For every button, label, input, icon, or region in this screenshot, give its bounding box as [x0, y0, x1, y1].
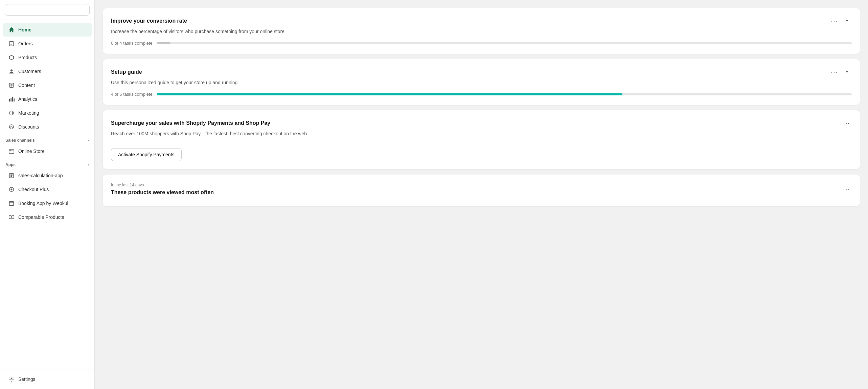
- setup-guide-actions: ···: [829, 67, 852, 76]
- svg-point-11: [11, 150, 11, 151]
- comparable-products-icon: [8, 214, 15, 221]
- svg-point-17: [11, 379, 13, 380]
- svg-rect-16: [12, 216, 14, 219]
- svg-rect-0: [9, 42, 14, 46]
- sidebar-item-booking-app-label: Booking App by Webkul: [18, 201, 68, 206]
- conversion-rate-collapse-button[interactable]: [842, 18, 852, 24]
- sidebar-item-settings-label: Settings: [18, 376, 36, 382]
- sidebar-item-discounts-label: Discounts: [18, 124, 39, 130]
- online-store-icon: [8, 148, 15, 155]
- most-viewed-card-header: In the last 14 days These products were …: [111, 183, 852, 196]
- search-input[interactable]: [5, 4, 90, 16]
- shopify-payments-more-button[interactable]: ···: [841, 118, 852, 128]
- analytics-icon: [8, 96, 15, 102]
- conversion-rate-progress-bar-fill: [157, 42, 170, 44]
- sidebar-item-settings[interactable]: Settings: [3, 372, 92, 386]
- home-icon: [8, 26, 15, 33]
- sidebar-item-customers[interactable]: Customers: [3, 65, 92, 78]
- sidebar-item-content-label: Content: [18, 83, 35, 88]
- sidebar-item-orders[interactable]: Orders: [3, 37, 92, 50]
- conversion-rate-progress-label: 0 of 4 tasks complete: [111, 41, 153, 46]
- sidebar-item-online-store[interactable]: Online Store: [3, 144, 92, 158]
- sidebar-item-checkout-plus-label: Checkout Plus: [18, 187, 49, 192]
- svg-point-1: [10, 69, 13, 71]
- conversion-rate-more-button[interactable]: ···: [829, 16, 840, 25]
- setup-guide-collapse-button[interactable]: [842, 69, 852, 75]
- booking-app-icon: [8, 200, 15, 207]
- svg-rect-14: [9, 202, 14, 206]
- most-viewed-actions: ···: [841, 185, 852, 194]
- conversion-rate-card-header: Improve your conversion rate ···: [111, 16, 852, 25]
- sidebar-item-checkout-plus[interactable]: Checkout Plus: [3, 183, 92, 196]
- sidebar-item-analytics-label: Analytics: [18, 96, 37, 102]
- sidebar-item-home[interactable]: Home: [3, 23, 92, 37]
- sidebar-item-products-label: Products: [18, 55, 37, 60]
- svg-rect-15: [9, 216, 11, 219]
- sidebar-item-booking-app[interactable]: Booking App by Webkul: [3, 197, 92, 210]
- most-viewed-card: In the last 14 days These products were …: [103, 175, 860, 206]
- shopify-payments-desc: Reach over 100M shoppers with Shop Pay—t…: [111, 130, 852, 137]
- checkout-plus-icon: [8, 186, 15, 193]
- sidebar-item-analytics[interactable]: Analytics: [3, 92, 92, 106]
- sidebar-item-home-label: Home: [18, 27, 31, 32]
- sidebar-item-content[interactable]: Content: [3, 78, 92, 92]
- sidebar-bottom: Settings: [0, 369, 94, 389]
- sidebar-item-marketing[interactable]: Marketing: [3, 106, 92, 120]
- discounts-icon: [8, 123, 15, 130]
- sidebar-item-online-store-label: Online Store: [18, 148, 45, 154]
- sidebar-item-orders-label: Orders: [18, 41, 33, 46]
- conversion-rate-title: Improve your conversion rate: [111, 18, 187, 24]
- most-viewed-header-content: In the last 14 days These products were …: [111, 183, 214, 196]
- shopify-payments-actions: ···: [841, 118, 852, 128]
- search-area: [0, 0, 94, 20]
- apps-label: Apps: [5, 162, 16, 167]
- sidebar-nav: Home Orders Products: [0, 20, 94, 227]
- svg-rect-3: [9, 99, 10, 101]
- settings-icon: [8, 376, 15, 383]
- content-icon: [8, 82, 15, 89]
- most-viewed-title: These products were viewed most often: [111, 189, 214, 195]
- activate-shopify-payments-button[interactable]: Activate Shopify Payments: [111, 148, 182, 161]
- sidebar-item-customers-label: Customers: [18, 69, 41, 74]
- sales-calculation-app-icon: [8, 172, 15, 179]
- sidebar-item-sales-calculation-app[interactable]: sales-calculation-app: [3, 169, 92, 182]
- setup-guide-card-header: Setup guide ···: [111, 67, 852, 76]
- sidebar-item-comparable-products-label: Comparable Products: [18, 214, 64, 220]
- svg-rect-6: [14, 98, 15, 101]
- setup-guide-progress-label: 4 of 6 tasks complete: [111, 92, 153, 97]
- orders-icon: [8, 40, 15, 47]
- sales-channels-label: Sales channels: [5, 138, 35, 143]
- setup-guide-card: Setup guide ··· Use this personalized gu…: [103, 59, 860, 105]
- conversion-rate-progress: 0 of 4 tasks complete: [111, 41, 852, 46]
- sidebar-item-comparable-products[interactable]: Comparable Products: [3, 210, 92, 224]
- conversion-rate-card: Improve your conversion rate ··· Increas…: [103, 8, 860, 54]
- marketing-icon: [8, 110, 15, 116]
- sales-channels-section[interactable]: Sales channels ›: [0, 134, 94, 144]
- sales-channels-chevron-icon: ›: [88, 138, 89, 143]
- sidebar-item-sales-calculation-label: sales-calculation-app: [18, 173, 63, 178]
- most-viewed-more-button[interactable]: ···: [841, 185, 852, 194]
- main-content: Improve your conversion rate ··· Increas…: [95, 0, 868, 389]
- products-icon: [8, 54, 15, 61]
- sidebar: Home Orders Products: [0, 0, 95, 389]
- customers-icon: [8, 68, 15, 75]
- setup-guide-progress: 4 of 6 tasks complete: [111, 92, 852, 97]
- apps-chevron-icon: ›: [88, 162, 89, 167]
- setup-guide-progress-bar-bg: [157, 93, 852, 95]
- svg-rect-4: [10, 98, 12, 101]
- setup-guide-more-button[interactable]: ···: [829, 67, 840, 76]
- most-viewed-subtitle: In the last 14 days: [111, 183, 214, 187]
- sidebar-item-discounts[interactable]: Discounts: [3, 120, 92, 134]
- apps-section[interactable]: Apps ›: [0, 158, 94, 168]
- setup-guide-desc: Use this personalized guide to get your …: [111, 79, 852, 86]
- svg-rect-5: [12, 97, 13, 101]
- sidebar-item-marketing-label: Marketing: [18, 110, 39, 116]
- svg-point-10: [10, 150, 10, 151]
- conversion-rate-desc: Increase the percentage of visitors who …: [111, 28, 852, 35]
- conversion-rate-progress-bar-bg: [157, 42, 852, 44]
- shopify-payments-card-header: Supercharge your sales with Shopify Paym…: [111, 118, 852, 128]
- setup-guide-title: Setup guide: [111, 69, 142, 75]
- sidebar-item-products[interactable]: Products: [3, 51, 92, 64]
- shopify-payments-title: Supercharge your sales with Shopify Paym…: [111, 120, 270, 126]
- setup-guide-progress-bar-fill: [157, 93, 622, 95]
